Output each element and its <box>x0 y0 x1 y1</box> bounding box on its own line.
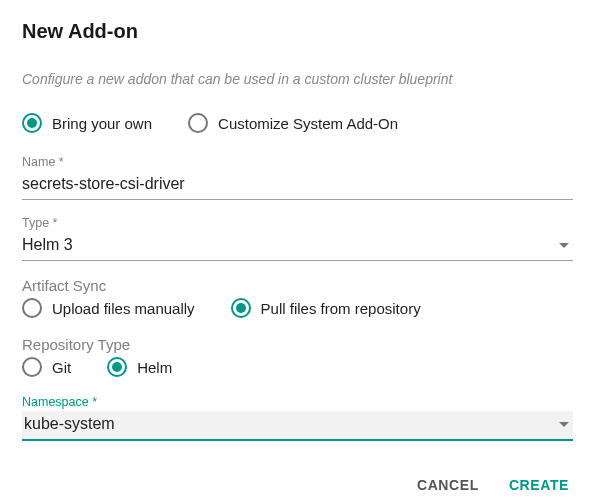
radio-label: Pull files from repository <box>261 300 421 317</box>
namespace-value: kube-system <box>22 411 573 439</box>
chevron-down-icon <box>559 422 569 427</box>
name-input[interactable] <box>22 171 573 200</box>
radio-icon <box>22 298 42 318</box>
repo-type-label: Repository Type <box>22 336 573 353</box>
name-label: Name * <box>22 155 573 169</box>
type-value: Helm 3 <box>22 232 573 260</box>
radio-icon <box>188 113 208 133</box>
radio-label: Helm <box>137 359 172 376</box>
radio-icon <box>22 113 42 133</box>
radio-icon <box>22 357 42 377</box>
repo-type-helm[interactable]: Helm <box>107 357 172 377</box>
type-label: Type * <box>22 216 573 230</box>
page-title: New Add-on <box>22 20 573 43</box>
type-select[interactable]: Helm 3 <box>22 232 573 261</box>
radio-label: Upload files manually <box>52 300 195 317</box>
radio-label: Bring your own <box>52 115 152 132</box>
artifact-upload-manual[interactable]: Upload files manually <box>22 298 195 318</box>
radio-icon <box>107 357 127 377</box>
page-subtitle: Configure a new addon that can be used i… <box>22 71 573 87</box>
namespace-select[interactable]: kube-system <box>22 411 573 441</box>
create-button[interactable]: CREATE <box>505 471 573 499</box>
mode-customize-system[interactable]: Customize System Add-On <box>188 113 398 133</box>
repo-type-git[interactable]: Git <box>22 357 71 377</box>
radio-label: Git <box>52 359 71 376</box>
artifact-sync-label: Artifact Sync <box>22 277 573 294</box>
cancel-button[interactable]: CANCEL <box>413 471 483 499</box>
artifact-pull-repo[interactable]: Pull files from repository <box>231 298 421 318</box>
radio-label: Customize System Add-On <box>218 115 398 132</box>
chevron-down-icon <box>559 243 569 248</box>
radio-icon <box>231 298 251 318</box>
namespace-label: Namespace * <box>22 395 573 409</box>
mode-bring-your-own[interactable]: Bring your own <box>22 113 152 133</box>
